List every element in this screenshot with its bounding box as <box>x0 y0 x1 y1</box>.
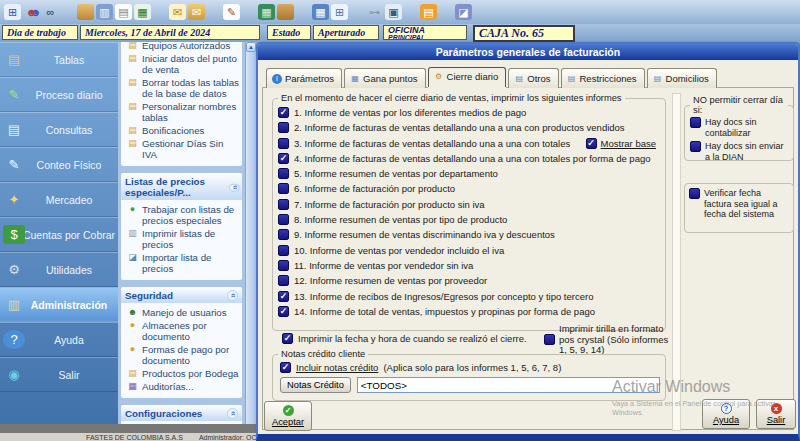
mostrar-base-option[interactable]: Mostrar base <box>586 138 660 149</box>
no-cerrar-checkbox-row[interactable]: Hay docs sin enviar a la DIAN <box>690 141 788 162</box>
checkbox-icon[interactable] <box>280 362 291 373</box>
sidebar-button[interactable]: $ Cuentas por Cobrar <box>0 217 118 252</box>
key-icon[interactable]: ⊶ <box>366 4 383 20</box>
cards-icon[interactable]: ▥ <box>96 4 113 20</box>
checkbox-icon[interactable] <box>278 153 289 164</box>
checkbox-icon[interactable] <box>586 138 597 149</box>
salir-button[interactable]: x Salir <box>756 399 796 429</box>
checkbox-icon[interactable] <box>278 229 289 240</box>
nav-link[interactable]: ▥ Imprimir listas de precios <box>122 227 241 251</box>
checkbox-icon[interactable] <box>282 333 293 344</box>
sidebar-button[interactable]: ✦ Mercadeo <box>0 182 118 217</box>
binoculars-icon[interactable]: ∞ <box>42 4 59 20</box>
nav-link[interactable]: ▤ Productos por Bodega <box>122 367 241 380</box>
nav-link[interactable]: ▤ Personalizar nombres tablas <box>122 100 241 124</box>
nav-link[interactable]: ☻ Manejo de usuarios <box>122 306 241 319</box>
checkbox-icon[interactable] <box>544 334 555 345</box>
spreadsheet-icon[interactable]: ▦ <box>134 4 151 20</box>
checkbox-icon[interactable] <box>278 122 289 133</box>
exit-icon[interactable]: ◪ <box>455 4 472 20</box>
nav-link[interactable]: ▦ Auditorías... <box>122 380 241 393</box>
nav-link[interactable]: ▤ Borrar todas las tablas de la base de … <box>122 76 241 100</box>
informe-checkbox-row[interactable]: 9. Informe resumen de ventas discriminan… <box>278 229 660 240</box>
notas-credito-button[interactable]: Notas Crédito <box>280 377 351 393</box>
send-folder-icon[interactable]: ✉ <box>188 4 205 20</box>
content-scrollbar[interactable] <box>672 93 681 431</box>
table-icon[interactable]: ▦ <box>312 4 329 20</box>
nav-section-header[interactable]: Seguridad » <box>121 287 242 303</box>
dialog-tab[interactable]: ▤ Otros <box>508 68 558 88</box>
checkbox-icon[interactable] <box>278 275 289 286</box>
no-cerrar-checkbox-row[interactable]: Hay docs sin contabilizar <box>690 117 788 138</box>
informe-checkbox-row[interactable]: 11. Informe de ventas por vendedor sin i… <box>278 260 660 271</box>
grid-icon[interactable]: ⊞ <box>331 4 348 20</box>
nav-link[interactable]: ▤ Bonificaciones <box>122 124 241 137</box>
nav-link[interactable]: ▤ Equipos Autorizados <box>122 42 241 52</box>
informe-checkbox-row[interactable]: 13. Informe de recibos de Ingresos/Egres… <box>278 291 660 302</box>
package-icon[interactable] <box>77 4 94 20</box>
checkbox-icon[interactable] <box>690 141 701 152</box>
sidebar-button[interactable]: ✎ Proceso diario <box>0 77 118 112</box>
sidebar-button[interactable]: ⚙ Utilidades <box>0 252 118 287</box>
box-icon[interactable] <box>277 4 294 20</box>
informe-checkbox-row[interactable]: 2. Informe de facturas de ventas detalla… <box>278 122 660 133</box>
form-icon[interactable]: ⊞ <box>4 4 21 20</box>
sidebar-button[interactable]: ▤ Tablas <box>0 42 118 77</box>
sidebar-button[interactable]: ▥ Administración <box>0 287 118 322</box>
checkbox-icon[interactable] <box>278 107 289 118</box>
checkbox-icon[interactable] <box>278 199 289 210</box>
sidebar-button[interactable]: ◉ Salir <box>0 357 118 392</box>
nav-link[interactable]: ● Formas de pago por documento <box>122 343 241 367</box>
copy-icon[interactable]: ▤ <box>115 4 132 20</box>
nav-link[interactable]: ▤ Iniciar datos del punto de venta <box>122 52 241 76</box>
scroll-up-icon[interactable]: ▲ <box>246 42 256 52</box>
informe-checkbox-row[interactable]: 1. Informe de ventas por los diferentes … <box>278 107 660 118</box>
users-icon[interactable]: ☻ <box>23 4 40 20</box>
edit-icon[interactable]: ✎ <box>223 4 240 20</box>
checkbox-icon[interactable] <box>690 117 701 128</box>
notebook-icon[interactable]: ▤ <box>420 4 437 20</box>
presentation-icon[interactable]: ▦ <box>258 4 275 20</box>
monitor-icon[interactable]: ▣ <box>385 4 402 20</box>
checkbox-icon[interactable] <box>689 188 700 199</box>
incluir-notas-checkbox-row[interactable]: Incluir notas crédito (Aplica solo para … <box>280 362 660 373</box>
nav-link[interactable]: ● Trabajar con listas de precios especia… <box>122 203 241 227</box>
mail-icon[interactable]: ✉ <box>169 4 186 20</box>
sidebar-button[interactable]: ? Ayuda <box>0 322 118 357</box>
informe-checkbox-row[interactable]: 5. Informe resumen de ventas por departa… <box>278 168 660 179</box>
checkbox-icon[interactable] <box>278 245 289 256</box>
informe-checkbox-row[interactable]: 4. Informe de facturas de ventas detalla… <box>278 153 660 164</box>
verificar-checkbox-row[interactable]: Verificar fecha factura sea igual a fech… <box>689 188 789 220</box>
ayuda-button[interactable]: ? Ayuda <box>702 399 750 429</box>
aceptar-button[interactable]: ✓ Aceptar <box>264 401 312 431</box>
checkbox-icon[interactable] <box>278 214 289 225</box>
checkbox-icon[interactable] <box>278 306 289 317</box>
informe-checkbox-row[interactable]: 8. Informe resumen de ventas por tipo de… <box>278 214 660 225</box>
chevron-up-icon[interactable]: » <box>227 408 238 419</box>
notas-credito-input[interactable] <box>357 377 660 393</box>
sidebar-button[interactable]: ▤ Consultas <box>0 112 118 147</box>
fecha-hora-checkbox-row[interactable]: Imprimir la fecha y hora de cuando se re… <box>282 333 527 344</box>
checkbox-icon[interactable] <box>278 291 289 302</box>
dialog-tab[interactable]: ▤ Restricciones <box>561 68 645 88</box>
checkbox-icon[interactable] <box>278 168 289 179</box>
informe-checkbox-row[interactable]: 14. Informe de total de ventas, impuesto… <box>278 306 660 317</box>
informe-checkbox-row[interactable]: 6. Informe de facturación por producto <box>278 183 660 194</box>
informe-checkbox-row[interactable]: 10. Informe de ventas por vendedor inclu… <box>278 245 660 256</box>
nav-scrollbar[interactable]: ▲ ▼ <box>245 42 256 441</box>
dialog-tab[interactable]: ▦ Gana puntos <box>344 68 425 88</box>
chevron-up-icon[interactable]: » <box>228 183 239 191</box>
nav-section-header[interactable]: Configuraciones » <box>121 405 242 421</box>
checkbox-icon[interactable] <box>278 138 289 149</box>
dialog-tab[interactable]: ▤ Domicilios <box>647 68 717 88</box>
sidebar-button[interactable]: ✎ Conteo Físico <box>0 147 118 182</box>
checkbox-icon[interactable] <box>278 183 289 194</box>
nav-link[interactable]: ▤ Gestionar Días Sin IVA <box>122 137 241 161</box>
nav-link[interactable]: ● Almacenes por documento <box>122 319 241 343</box>
nav-section-header[interactable]: Listas de precios especiales/P... » <box>121 173 242 200</box>
nav-link[interactable]: ◪ Importar lista de precios <box>122 251 241 275</box>
informe-checkbox-row[interactable]: 12. Informe resumen de ventas por provee… <box>278 275 660 286</box>
informe-checkbox-row[interactable]: 7. Informe de facturación por producto s… <box>278 199 660 210</box>
dialog-tab[interactable]: ⚙ Cierre diario <box>428 67 507 87</box>
dialog-tab[interactable]: i Parámetros <box>266 68 342 88</box>
